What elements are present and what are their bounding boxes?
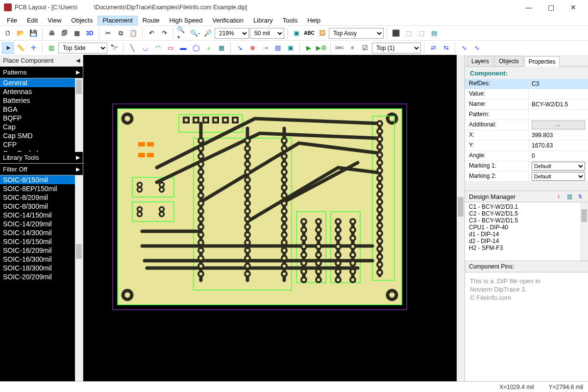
prop-row[interactable]: Marking 2:Default bbox=[465, 172, 588, 182]
menu-high-speed[interactable]: High Speed bbox=[165, 16, 208, 25]
zoom-level-select[interactable]: 219% bbox=[215, 28, 249, 39]
prop-value[interactable]: Default bbox=[529, 172, 588, 181]
menu-verification[interactable]: Verification bbox=[207, 16, 248, 25]
pcb-canvas[interactable] bbox=[83, 55, 465, 381]
preview-button[interactable]: 🗐 bbox=[58, 27, 70, 39]
prop-value[interactable]: 1670.63 bbox=[529, 141, 588, 150]
meander-b-button[interactable]: ∿ bbox=[471, 42, 483, 54]
menu-help[interactable]: Help bbox=[302, 16, 325, 25]
dm-component-icon[interactable]: ▥ bbox=[565, 193, 573, 200]
select-tool-button[interactable]: ➤ bbox=[2, 42, 14, 54]
patterns-header[interactable]: Patterns▶ bbox=[0, 67, 83, 78]
filled-rect-tool-button[interactable]: ▬ bbox=[177, 42, 189, 54]
prop-row[interactable]: Y:1670.63 bbox=[465, 141, 588, 151]
dm-item[interactable]: d2 - DIP-14 bbox=[468, 238, 585, 245]
prop-value[interactable]: 399.803 bbox=[529, 130, 588, 140]
dm-scrollbar[interactable] bbox=[580, 202, 588, 261]
menu-edit[interactable]: Edit bbox=[22, 16, 43, 25]
find-button[interactable]: 🔭 bbox=[108, 42, 120, 54]
copy-button[interactable]: ⧉ bbox=[115, 27, 126, 39]
prop-row[interactable]: Marking 1:Default bbox=[465, 161, 588, 172]
prop-row[interactable]: Pattern: bbox=[465, 110, 588, 120]
redo-button[interactable]: ↷ bbox=[158, 27, 170, 39]
footprint-item[interactable]: SOIC-18/300mil bbox=[0, 264, 83, 272]
cut-button[interactable]: ✂ bbox=[102, 27, 114, 39]
copper-pour-button[interactable]: ▧ bbox=[272, 42, 284, 54]
canvas-scrollbar[interactable] bbox=[457, 55, 465, 381]
footprint-item[interactable]: SOIC-14/300mil bbox=[0, 228, 83, 237]
dm-sort-icon[interactable]: ↕ bbox=[555, 193, 563, 200]
dm-item[interactable]: C1 - BCY-W2/D3.1 bbox=[468, 203, 585, 210]
drc-off-button[interactable]: ⊘ bbox=[346, 42, 358, 54]
tab-objects[interactable]: Objects bbox=[494, 56, 523, 66]
prop-value[interactable]: ... bbox=[529, 120, 588, 130]
close-button[interactable]: ✕ bbox=[562, 0, 584, 15]
menu-tools[interactable]: Tools bbox=[278, 16, 302, 25]
prop-row[interactable]: Additional:... bbox=[465, 120, 588, 130]
footprint-scrollbar[interactable] bbox=[75, 175, 83, 381]
rect-tool-button[interactable]: ▭ bbox=[165, 42, 176, 54]
prop-row[interactable]: Angle:0 bbox=[465, 151, 588, 161]
via-tool-button[interactable]: ⊗ bbox=[246, 42, 258, 54]
prop-row[interactable]: RefDes:C3 bbox=[465, 79, 588, 89]
print-button[interactable]: 🖶 bbox=[46, 27, 57, 39]
properties-grid[interactable]: RefDes:C3Value:Name:BCY-W2/D1.5Pattern:A… bbox=[465, 79, 588, 182]
grid-size-select[interactable]: 50 mil bbox=[250, 28, 284, 39]
net-check-button[interactable]: ☑ bbox=[359, 42, 371, 54]
menu-file[interactable]: File bbox=[2, 16, 22, 25]
prop-value[interactable] bbox=[529, 110, 588, 120]
library-list[interactable]: GeneralAntennasBatteriesBGABQFPCapCap SM… bbox=[0, 78, 83, 152]
menu-library[interactable]: Library bbox=[248, 16, 278, 25]
diff-pair-a-button[interactable]: ⇄ bbox=[427, 42, 439, 54]
run-tool-d-button[interactable]: ▤ bbox=[428, 27, 440, 39]
prop-row[interactable]: Name:BCY-W2/D1.5 bbox=[465, 99, 588, 110]
library-item[interactable]: Cap bbox=[0, 122, 83, 131]
footprint-item[interactable]: SOIC-8/209mil bbox=[0, 193, 83, 202]
zoom-out-button[interactable]: 🔍- bbox=[189, 27, 201, 39]
text-button[interactable]: ABC bbox=[303, 27, 315, 39]
library-item[interactable]: BQFP bbox=[0, 114, 83, 122]
dm-item[interactable]: CPU1 - DIP-40 bbox=[468, 224, 585, 231]
library-item[interactable]: Con Backplane bbox=[0, 149, 83, 152]
route-manual-button[interactable]: ↘ bbox=[234, 42, 245, 54]
diff-pair-b-button[interactable]: ⇆ bbox=[440, 42, 452, 54]
zoom-in-button[interactable]: 🔍+ bbox=[176, 27, 188, 39]
table-tool-button[interactable]: ▦ bbox=[216, 42, 227, 54]
library-item[interactable]: Antennas bbox=[0, 87, 83, 96]
footprint-item[interactable]: SOIC-14/150mil bbox=[0, 211, 83, 220]
footprint-item[interactable]: SOIC-8/300mil bbox=[0, 202, 83, 211]
autoroute-settings-button[interactable]: ▶⚙ bbox=[316, 42, 327, 54]
menu-view[interactable]: View bbox=[43, 16, 66, 25]
footprint-item[interactable]: SOIC-16/150mil bbox=[0, 237, 83, 246]
meander-a-button[interactable]: ∿ bbox=[458, 42, 470, 54]
ratline-tool-button[interactable]: ⇢ bbox=[259, 42, 271, 54]
board-outline-button[interactable]: ▣ bbox=[285, 42, 296, 54]
zoom-window-button[interactable]: 🔎 bbox=[202, 27, 214, 39]
dm-item[interactable]: H2 - SFM-F3 bbox=[468, 245, 585, 251]
titleblock-button[interactable]: ▦ bbox=[71, 27, 83, 39]
footprint-item[interactable]: SOIC-14/209mil bbox=[0, 220, 83, 228]
library-scrollbar[interactable] bbox=[75, 78, 83, 152]
place-component-header[interactable]: Place Component◀ bbox=[0, 55, 83, 67]
new-file-button[interactable]: 🗋 bbox=[2, 27, 14, 39]
drc-button[interactable]: DRC bbox=[334, 42, 345, 54]
design-manager-list[interactable]: C1 - BCY-W2/D3.1C2 - BCY-W2/D1.5C3 - BCY… bbox=[465, 202, 588, 261]
picture-button[interactable]: 🖼 bbox=[316, 27, 328, 39]
component-tool-button[interactable]: ▥ bbox=[46, 42, 57, 54]
footprint-item[interactable]: SOIC-16/209mil bbox=[0, 246, 83, 255]
open-file-button[interactable]: 📂 bbox=[15, 27, 26, 39]
footprint-item[interactable]: SOIC-20/209mil bbox=[0, 272, 83, 281]
footprint-list[interactable]: SOIC-8/150milSOIC-8EP/150milSOIC-8/209mi… bbox=[0, 175, 83, 381]
undo-button[interactable]: ↶ bbox=[146, 27, 157, 39]
arc3pt-tool-button[interactable]: ◠ bbox=[152, 42, 164, 54]
autoroute-run-button[interactable]: ▶ bbox=[303, 42, 315, 54]
run-tool-b-button[interactable]: ⬚ bbox=[403, 27, 415, 39]
footprint-item[interactable]: SOIC-8EP/150mil bbox=[0, 184, 83, 193]
dm-net-icon[interactable]: ↯ bbox=[576, 193, 584, 200]
prop-value[interactable]: C3 bbox=[529, 79, 588, 89]
prop-row[interactable]: Value: bbox=[465, 89, 588, 99]
polyline-tool-button[interactable]: ⬨ bbox=[203, 42, 215, 54]
assy-layer-select[interactable]: Top Assy bbox=[329, 28, 384, 39]
current-layer-select[interactable]: Top (1) bbox=[372, 43, 421, 53]
prop-row[interactable]: X:399.803 bbox=[465, 130, 588, 141]
